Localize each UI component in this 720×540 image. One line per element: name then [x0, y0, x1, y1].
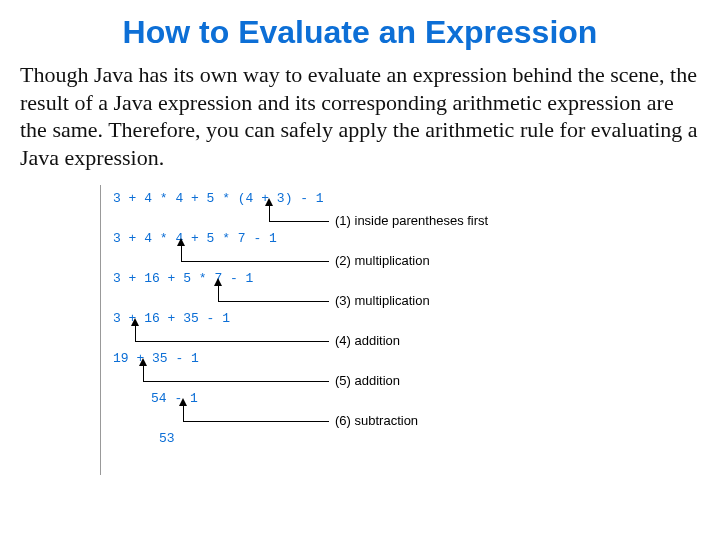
body-paragraph: Though Java has its own way to evaluate …	[20, 61, 700, 171]
expr-line-2: 3 + 4 * 4 + 5 * 7 - 1	[113, 231, 277, 246]
expr-line-6: 54 - 1	[151, 391, 198, 406]
expr-line-7: 53	[159, 431, 175, 446]
arrow-icon	[269, 205, 270, 221]
arrow-leader	[143, 381, 329, 382]
expr-line-3: 3 + 16 + 5 * 7 - 1	[113, 271, 253, 286]
note-5: (5) addition	[335, 373, 400, 388]
slide: How to Evaluate an Expression Though Jav…	[0, 0, 720, 475]
arrow-icon	[143, 365, 144, 381]
arrow-leader	[218, 301, 329, 302]
arrow-leader	[269, 221, 329, 222]
expr-line-1: 3 + 4 * 4 + 5 * (4 + 3) - 1	[113, 191, 324, 206]
arrow-leader	[183, 421, 329, 422]
note-3: (3) multiplication	[335, 293, 430, 308]
arrow-icon	[218, 285, 219, 301]
arrow-icon	[135, 325, 136, 341]
arrow-leader	[135, 341, 329, 342]
note-1: (1) inside parentheses first	[335, 213, 488, 228]
expr-line-5: 19 + 35 - 1	[113, 351, 199, 366]
arrow-icon	[183, 405, 184, 421]
evaluation-diagram: 3 + 4 * 4 + 5 * (4 + 3) - 1 (1) inside p…	[100, 185, 601, 475]
note-6: (6) subtraction	[335, 413, 418, 428]
arrow-icon	[181, 245, 182, 261]
arrow-leader	[181, 261, 329, 262]
note-2: (2) multiplication	[335, 253, 430, 268]
slide-title: How to Evaluate an Expression	[20, 14, 700, 51]
note-4: (4) addition	[335, 333, 400, 348]
